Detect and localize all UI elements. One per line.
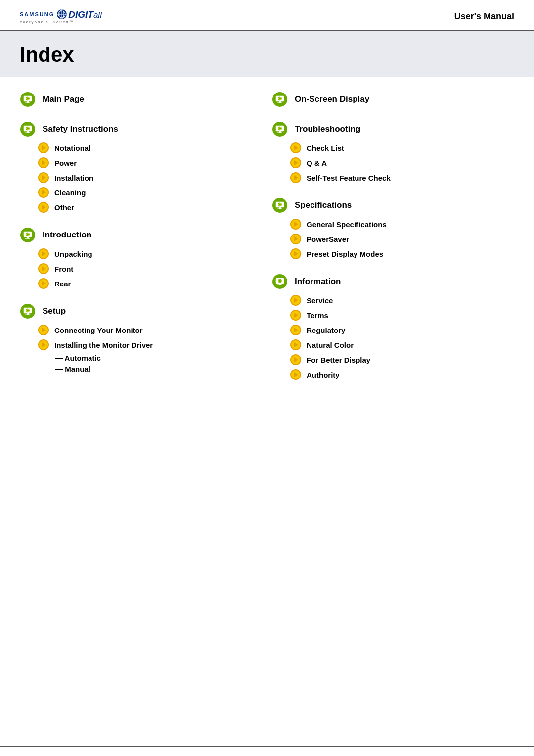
section-main-troubleshooting[interactable]: Troubleshooting [272, 121, 514, 137]
section-specifications[interactable]: Specifications General Specifications Po… [272, 197, 514, 260]
sub-item-powersaver[interactable]: PowerSaver [290, 233, 514, 245]
section-introduction[interactable]: Introduction Unpacking Front Rear [20, 227, 262, 289]
section-main-specifications[interactable]: Specifications [272, 197, 514, 213]
sub-label-installing-driver: Installing the Monitor Driver [54, 341, 153, 349]
page: SAMSUNG DIGITall everyone's invited™ Use… [0, 0, 534, 756]
index-title: Index [20, 43, 74, 66]
sub-item-q-and-a[interactable]: Q & A [290, 157, 514, 169]
svg-rect-35 [25, 238, 30, 239]
section-label-introduction: Introduction [43, 230, 91, 240]
sub-label-for-better-display: For Better Display [307, 356, 370, 364]
sub-label-service: Service [307, 296, 333, 305]
header: SAMSUNG DIGITall everyone's invited™ Use… [0, 0, 534, 31]
main-section-icon [20, 121, 36, 137]
section-label-main-page: Main Page [43, 94, 84, 104]
svg-point-64 [279, 98, 281, 100]
sub-item-icon [290, 294, 302, 306]
section-setup[interactable]: Setup Connecting Your Monitor Installing… [20, 303, 262, 374]
sub-item-icon [38, 142, 49, 154]
svg-rect-98 [277, 285, 282, 285]
sub-item-icon [38, 263, 49, 275]
sub-label-q-and-a: Q & A [307, 159, 327, 167]
svg-rect-50 [25, 315, 30, 315]
sub-item-rear[interactable]: Rear [38, 278, 262, 289]
main-section-icon [20, 227, 36, 243]
samsung-brand: SAMSUNG [20, 11, 54, 17]
sub-item-general-specifications[interactable]: General Specifications [290, 218, 514, 230]
content: Main Page Safety Instructions Notational… [0, 82, 534, 746]
sub-item-connecting-monitor[interactable]: Connecting Your Monitor [38, 324, 262, 336]
sub-item-notational[interactable]: Notational [38, 142, 262, 154]
section-main-information[interactable]: Information [272, 274, 514, 289]
section-main-introduction[interactable]: Introduction [20, 227, 262, 243]
sub-label-connecting-monitor: Connecting Your Monitor [54, 326, 143, 334]
svg-rect-8 [25, 103, 30, 103]
section-label-troubleshooting: Troubleshooting [295, 124, 360, 134]
svg-rect-62 [277, 103, 282, 103]
sub-item-icon [38, 187, 49, 198]
section-main-page[interactable]: Main Page [20, 92, 262, 107]
section-label-specifications: Specifications [295, 200, 352, 210]
section-label-safety-instructions: Safety Instructions [43, 124, 118, 134]
sub-label-powersaver: PowerSaver [307, 235, 349, 243]
section-main-main-page[interactable]: Main Page [20, 92, 262, 107]
section-label-information: Information [295, 277, 341, 286]
sub-item-unpacking[interactable]: Unpacking [38, 248, 262, 260]
sub-item-icon [290, 172, 302, 184]
sub-item-icon [38, 324, 49, 336]
sub-item-front[interactable]: Front [38, 263, 262, 275]
main-section-icon [272, 92, 288, 107]
sub-item-icon [290, 309, 302, 321]
sub-item-preset-display-modes[interactable]: Preset Display Modes [290, 248, 514, 260]
main-section-icon [20, 92, 36, 107]
sub-item-other[interactable]: Other [38, 201, 262, 213]
sub-item-icon [290, 233, 302, 245]
section-troubleshooting[interactable]: Troubleshooting Check List Q & A Self-Te… [272, 121, 514, 184]
section-label-setup: Setup [43, 306, 66, 316]
sub-label-self-test: Self-Test Feature Check [307, 174, 391, 182]
main-section-icon [272, 197, 288, 213]
sub-item-icon [290, 324, 302, 336]
sub-item-installation[interactable]: Installation [38, 172, 262, 184]
sub-item-self-test[interactable]: Self-Test Feature Check [290, 172, 514, 184]
indent-item-manual[interactable]: — Manual [55, 365, 262, 374]
section-safety-instructions[interactable]: Safety Instructions Notational Power Ins… [20, 121, 262, 213]
sub-item-natural-color[interactable]: Natural Color [290, 339, 514, 351]
sub-item-regulatory[interactable]: Regulatory [290, 324, 514, 336]
sub-item-authority[interactable]: Authority [290, 369, 514, 380]
main-section-icon [272, 121, 288, 137]
section-main-on-screen-display[interactable]: On-Screen Display [272, 92, 514, 107]
section-on-screen-display[interactable]: On-Screen Display [272, 92, 514, 107]
manual-title: User's Manual [454, 11, 514, 22]
section-information[interactable]: Information Service Terms Regulatory Nat… [272, 274, 514, 380]
section-main-safety-instructions[interactable]: Safety Instructions [20, 121, 262, 137]
sub-item-icon [38, 172, 49, 184]
indent-item-automatic[interactable]: — Automatic [55, 354, 262, 363]
svg-point-10 [27, 98, 29, 100]
sub-item-cleaning[interactable]: Cleaning [38, 187, 262, 198]
sub-item-power[interactable]: Power [38, 157, 262, 169]
sub-item-icon [38, 248, 49, 260]
sub-item-icon [290, 157, 302, 169]
svg-point-16 [27, 128, 29, 130]
svg-rect-83 [277, 209, 282, 209]
sub-item-for-better-display[interactable]: For Better Display [290, 354, 514, 366]
sub-item-icon [290, 339, 302, 351]
indent-label-automatic: — Automatic [55, 354, 101, 362]
sub-label-authority: Authority [307, 371, 340, 379]
sub-label-regulatory: Regulatory [307, 326, 345, 334]
section-main-setup[interactable]: Setup [20, 303, 262, 319]
sub-label-natural-color: Natural Color [307, 341, 354, 349]
sub-label-preset-display-modes: Preset Display Modes [307, 250, 383, 258]
globe-icon [56, 9, 67, 20]
sub-label-rear: Rear [54, 280, 71, 288]
sub-item-installing-driver[interactable]: Installing the Monitor Driver [38, 339, 262, 351]
sub-item-check-list[interactable]: Check List [290, 142, 514, 154]
svg-point-52 [27, 310, 29, 312]
sub-item-terms[interactable]: Terms [290, 309, 514, 321]
sub-item-service[interactable]: Service [290, 294, 514, 306]
sub-item-icon [290, 369, 302, 380]
sub-label-notational: Notational [54, 144, 90, 152]
sub-item-icon [290, 248, 302, 260]
sub-item-icon [290, 354, 302, 366]
